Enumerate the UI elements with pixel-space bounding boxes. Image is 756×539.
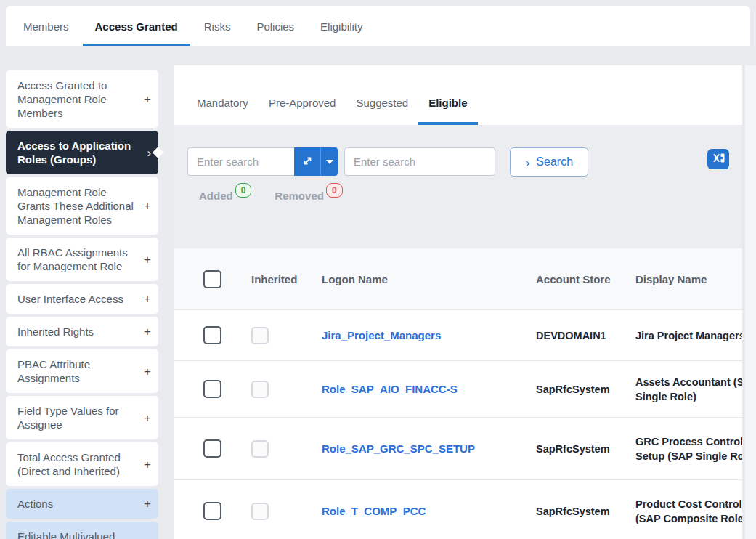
inherited-checkbox[interactable] <box>251 440 269 458</box>
chevron-right-icon: › <box>147 146 151 160</box>
row-select-checkbox[interactable] <box>203 502 221 520</box>
account-store-cell: DEVDOMAIN1 <box>536 328 635 343</box>
added-counter: Added 0 <box>199 190 251 204</box>
expand-plus-icon[interactable]: + <box>144 458 151 471</box>
content-tab-bar: Mandatory Pre-Approved Suggested Eligibl… <box>174 65 742 125</box>
tab-policies[interactable]: Policies <box>244 6 306 46</box>
sidebar-item-label: Editable Multivalued Fields <box>17 530 139 539</box>
change-counters: Added 0 Removed 0 <box>199 190 729 204</box>
tab-mandatory[interactable]: Mandatory <box>187 97 259 125</box>
sidebar-item-label: Total Access Granted (Direct and Inherit… <box>17 450 139 478</box>
display-name-cell: Product Cost Controlling (SAP Composite … <box>635 497 742 526</box>
column-header-inherited: Inherited <box>251 273 322 285</box>
sidebar-item-all-rbac-assignments[interactable]: All RBAC Assignments for Management Role… <box>6 238 158 281</box>
tab-eligible[interactable]: Eligible <box>418 97 477 125</box>
logon-name-link[interactable]: Role_SAP_GRC_SPC_SETUP <box>322 442 475 455</box>
search-button-label: Search <box>536 155 573 169</box>
column-header-logon-name: Logon Name <box>322 273 536 285</box>
account-store-cell: SapRfcSystem <box>536 504 635 519</box>
sidebar-item-access-to-application-roles[interactable]: Access to Application Roles (Groups) › <box>6 131 158 174</box>
expand-plus-icon[interactable]: + <box>144 199 151 213</box>
expand-plus-icon[interactable]: + <box>144 292 151 306</box>
chevron-right-icon: › <box>525 155 529 169</box>
display-name-cell: GRC Process Control - Setup (SAP Single … <box>635 434 742 463</box>
sidebar: Access Granted to Management Role Member… <box>6 70 158 539</box>
sidebar-item-label: All RBAC Assignments for Management Role <box>17 246 139 273</box>
sidebar-item-field-type-values[interactable]: Field Type Values for Assignee + <box>6 396 158 439</box>
diagonal-resize-arrow-icon <box>302 155 313 169</box>
search-input-right[interactable] <box>344 147 495 176</box>
account-store-cell: SapRfcSystem <box>536 382 635 397</box>
logon-name-link[interactable]: Role_SAP_AIO_FINACC-S <box>322 383 458 395</box>
table-header-row: Inherited Logon Name Account Store Displ… <box>174 248 742 310</box>
sidebar-item-label: Management Role Grants These Additional … <box>17 185 139 227</box>
sidebar-item-label: Access to Application Roles (Groups) <box>17 139 143 166</box>
search-split-button <box>294 147 338 176</box>
removed-count-badge: 0 <box>326 183 343 198</box>
removed-label: Removed <box>275 190 324 202</box>
sidebar-item-pbac-attribute-assignments[interactable]: PBAC Attribute Assignments + <box>6 349 158 393</box>
expand-plus-icon[interactable]: + <box>144 92 151 106</box>
sidebar-item-user-interface-access[interactable]: User Interface Access + <box>6 284 158 314</box>
column-header-account-store: Account Store <box>536 273 635 285</box>
excel-icon <box>712 152 725 166</box>
expand-plus-icon[interactable]: + <box>144 411 151 425</box>
sidebar-item-inherited-rights[interactable]: Inherited Rights + <box>6 317 158 346</box>
table-row: Jira_Project_Managers DEVDOMAIN1 Jira Pr… <box>174 310 742 361</box>
window-tab-bar: Members Access Granted Risks Policies El… <box>6 6 750 46</box>
removed-counter: Removed 0 <box>275 190 342 204</box>
sidebar-item-actions[interactable]: Actions + <box>6 489 158 519</box>
expand-plus-icon[interactable]: + <box>144 325 151 339</box>
tab-suggested[interactable]: Suggested <box>346 97 418 125</box>
eligible-roles-table: Inherited Logon Name Account Store Displ… <box>174 248 742 539</box>
caret-down-icon <box>326 160 333 164</box>
vertical-scrollbar[interactable] <box>742 65 756 539</box>
sidebar-item-label: Inherited Rights <box>17 325 94 339</box>
added-count-badge: 0 <box>235 183 252 198</box>
logon-name-link[interactable]: Jira_Project_Managers <box>322 329 441 341</box>
sidebar-item-management-role-grants[interactable]: Management Role Grants These Additional … <box>6 177 158 235</box>
select-all-checkbox[interactable] <box>203 270 221 288</box>
row-select-checkbox[interactable] <box>203 326 221 344</box>
table-row: Role_SAP_AIO_FINACC-S SapRfcSystem Asset… <box>174 361 742 418</box>
table-row: Role_SAP_GRC_SPC_SETUP SapRfcSystem GRC … <box>174 418 742 480</box>
inherited-checkbox[interactable] <box>251 381 269 398</box>
expand-search-button[interactable] <box>294 147 320 176</box>
sidebar-item-label: PBAC Attribute Assignments <box>17 357 139 385</box>
row-select-checkbox[interactable] <box>203 380 221 398</box>
tab-risks[interactable]: Risks <box>192 6 243 46</box>
search-toolbar: › Search Added 0 Removed 0 <box>174 125 742 248</box>
logon-name-link[interactable]: Role_T_COMP_PCC <box>322 505 426 517</box>
inherited-checkbox[interactable] <box>251 503 269 520</box>
inherited-checkbox[interactable] <box>251 327 269 344</box>
column-header-display-name: Display Name <box>635 273 742 285</box>
added-label: Added <box>199 190 233 202</box>
sidebar-item-label: Access Granted to Management Role Member… <box>17 78 139 120</box>
tab-access-granted[interactable]: Access Granted <box>83 6 190 46</box>
sidebar-item-label: User Interface Access <box>17 292 123 306</box>
search-options-dropdown-button[interactable] <box>320 147 338 176</box>
row-select-checkbox[interactable] <box>203 439 221 458</box>
sidebar-item-label: Actions <box>17 497 53 511</box>
sidebar-item-label: Field Type Values for Assignee <box>17 404 139 431</box>
sidebar-item-editable-multivalued-fields[interactable]: Editable Multivalued Fields + <box>6 522 158 539</box>
tab-members[interactable]: Members <box>11 6 81 46</box>
account-store-cell: SapRfcSystem <box>536 442 635 456</box>
sidebar-item-access-granted-members[interactable]: Access Granted to Management Role Member… <box>6 70 158 128</box>
expand-plus-icon[interactable]: + <box>144 253 151 267</box>
table-row: Role_T_COMP_PCC SapRfcSystem Product Cos… <box>174 480 742 539</box>
expand-plus-icon[interactable]: + <box>144 537 151 539</box>
display-name-cell: Assets Accountant (SAP Single Role) <box>635 375 742 404</box>
expand-plus-icon[interactable]: + <box>144 497 151 511</box>
main-panel: Mandatory Pre-Approved Suggested Eligibl… <box>174 65 742 539</box>
tab-pre-approved[interactable]: Pre-Approved <box>259 97 346 125</box>
display-name-cell: Jira Project Managers <box>635 328 742 343</box>
excel-export-button[interactable] <box>707 149 729 169</box>
search-button[interactable]: › Search <box>510 147 588 177</box>
sidebar-item-total-access-granted[interactable]: Total Access Granted (Direct and Inherit… <box>6 442 158 486</box>
expand-plus-icon[interactable]: + <box>144 365 151 378</box>
tab-eligibility[interactable]: Eligibility <box>308 6 375 46</box>
search-input-left[interactable] <box>187 147 294 176</box>
